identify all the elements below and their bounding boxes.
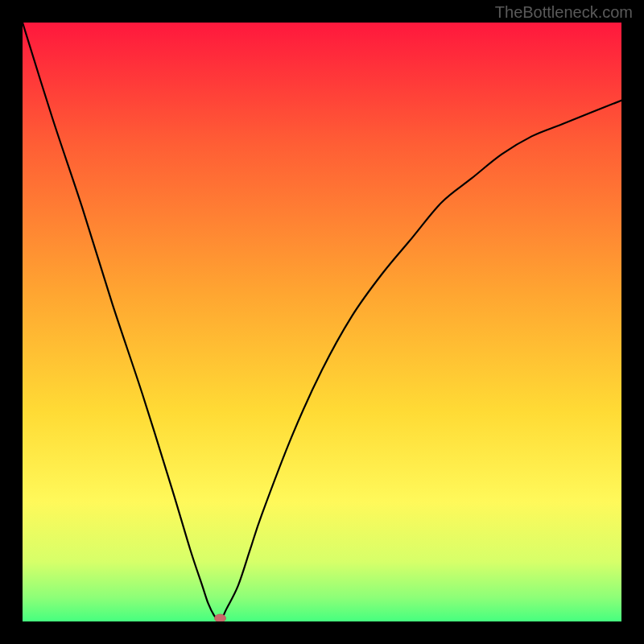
chart-frame: TheBottleneck.com bbox=[0, 0, 644, 644]
gradient-background bbox=[23, 23, 621, 621]
watermark-text: TheBottleneck.com bbox=[495, 3, 633, 22]
plot-area bbox=[23, 23, 621, 621]
plot-svg bbox=[23, 23, 621, 621]
minimum-marker bbox=[215, 614, 226, 621]
